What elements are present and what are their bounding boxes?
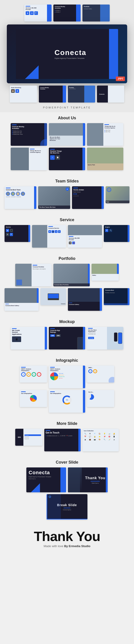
final-thank-you: Thank You Made with love By Ermedia Stud… [0, 523, 134, 554]
portfolio-slide-2: Conecta Best Portfolio [53, 264, 90, 286]
preview-below-2: Conecta WeeklyActivities [39, 86, 66, 102]
about-section: About Us Conecta WeeklyActivities Weekly… [0, 112, 134, 176]
monitor-mockup: Conecta Digital Agency Presentation Temp… [7, 24, 127, 83]
mockup-row-1: We CreateSeveralApplications 🖥 Conecta A… [5, 327, 129, 350]
more-slide-2: Get In Touch ✉ email@conecta.com 📞 +1 23… [44, 429, 81, 451]
mockup-slide-3: Get Our BestApplication Download now Get… [87, 327, 123, 350]
team-slide-3: Veonis Zeidan Digital Director ★ ★ ★ ★ ★ [72, 186, 104, 209]
about-slide-6: Agency Team [87, 148, 123, 170]
more-title: More Slide [5, 421, 129, 426]
infographic-title: Infographic [5, 358, 129, 363]
more-slide-3: Icon Collection 🔍 ⚙ 📧 🏠 💡 📊 🔔 📅 💬 🔒 ⭐ 📌 … [83, 429, 119, 451]
service-title: Service [5, 218, 129, 222]
mockup-slide-2: Conecta AppRatings 10K 20K [49, 327, 85, 350]
hero-subtitle: Digital Agency Presentation Template [54, 57, 86, 59]
team-slide-1: Conecta Best Team ★★★★★ ★★★★★ ★★★★★ [5, 186, 36, 209]
preview-slide-1: Services We WillProvide 🖥 ⚙ 🔍 [24, 4, 51, 22]
more-slide-1: ...ng Table $90 Premium Feature A ✓ Feat… [15, 429, 42, 446]
infographic-row-2: Our Infographics Our Infographics 75% Ou… [5, 390, 129, 413]
service-slide-4: Engine ⚙ 🔧 [104, 225, 129, 242]
team-title: Team Slides [5, 179, 129, 184]
hero-section: Services We WillProvide 🖥 ⚙ 🔍 Conecta We… [0, 0, 134, 112]
about-slide-2: We are the BestAgency for YourBusiness [49, 123, 85, 146]
preview-below-4: Conecta [97, 86, 124, 102]
portfolio-row-1: Conecta Portfolio Best designs and proje… [5, 264, 129, 286]
team-section: Team Slides Conecta Best Team ★★★★★ ★★★★… [0, 176, 134, 214]
get-in-touch-label: Get In Touch [46, 432, 79, 434]
thank-you-heading: Thank You [34, 530, 100, 543]
service-slide-1: Service 🖥 📱 ⚙ 🔍 [5, 225, 30, 242]
mockup-title: Mockup [5, 320, 129, 324]
portfolio-slide-7: Conecta Best Portfolio showcase [104, 288, 129, 305]
portfolio-section: Portfolio Conecta Portfolio Best designs… [0, 253, 134, 316]
portfolio-slide-4: Conecta Best Gallery [5, 288, 39, 311]
infographic-slide-1: SWOT AnalysisInfographics S W O T [20, 366, 47, 382]
infographic-slide-4: Our Infographics [20, 390, 47, 407]
about-slide-5: Routine ThingsWe Must Do ✓ 📋 [49, 148, 85, 170]
infographic-slide-3: SWO... S W [87, 366, 114, 382]
preview-below-3: Portfolio Conecta Gallery [68, 86, 95, 102]
infographic-section: Infographic SWOT AnalysisInfographics S … [0, 355, 134, 418]
about-slide-4: Things We Do AtConecta Agency [11, 148, 47, 170]
cover-break-slide: Break Slide Conecta Agency 👤 [47, 494, 87, 520]
about-row-2: Things We Do AtConecta Agency Routine Th… [5, 148, 129, 170]
portfolio-slide-3: Gallery [92, 264, 119, 281]
about-slide-1: Conecta WeeklyActivities Weekly Item One… [11, 123, 47, 146]
preview-slide-3: Portfolio Conecta Gallery [83, 4, 110, 22]
cover-row-1: Conecta Digital Agency Presentation Temp… [5, 468, 129, 492]
service-slide-3: Services We WillProvide 🖥 📌 [68, 225, 102, 248]
cover-slide-2: Thank You Digital Agency [68, 468, 108, 492]
infographic-row-1: SWOT AnalysisInfographics S W O T SWOT A… [5, 366, 129, 388]
portfolio-title: Portfolio [5, 256, 129, 261]
infographic-slide-6: Our In... [87, 390, 114, 407]
cover-title: Cover Slide [5, 460, 129, 465]
service-section: Service Service 🖥 📱 ⚙ 🔍 [0, 214, 134, 253]
team-row-1: Conecta Best Team ★★★★★ ★★★★★ ★★★★★ [5, 186, 129, 209]
cover-slide-1: Conecta Digital Agency Presentation Temp… [26, 468, 66, 492]
about-slide-3: Things We Do AtConecta Agency Item One I… [87, 123, 123, 146]
about-row-1: Conecta WeeklyActivities Weekly Item One… [5, 123, 129, 146]
mockup-slide-1: We CreateSeveralApplications 🖥 [11, 327, 47, 350]
by-studio-text: By Ermedia Studio [64, 544, 90, 548]
service-slide-2: Conecta Service 🖥 📱 ⚙ 🔍 [32, 225, 66, 248]
hero-logo: Conecta [54, 48, 86, 57]
made-with-text: Made with love [44, 544, 63, 548]
service-row-1: Service 🖥 📱 ⚙ 🔍 Conecta Service [5, 225, 129, 248]
more-section: More Slide ...ng Table $90 Premium Featu… [0, 418, 134, 456]
made-with-love-text: Made with love By Ermedia Studio [44, 544, 90, 548]
preview-below-1: Needs Advertising 🏠 ✖ [10, 86, 37, 102]
portfolio-slide-1: Conecta Portfolio Best designs and proje… [15, 264, 51, 286]
powerpoint-label: POWERPOINT TEMPLATE [43, 106, 91, 109]
portfolio-row-2: Conecta Best Gallery Conecta [5, 288, 129, 311]
team-slide-2: The Best Teams We Have ★ [38, 186, 70, 209]
hero-preview-slides: Services We WillProvide 🖥 ⚙ 🔍 Conecta We… [24, 4, 110, 22]
about-title: About Us [5, 116, 129, 120]
portfolio-slide-6: Conecta Gallery [68, 288, 102, 311]
mockup-section: Mockup We CreateSeveralApplications 🖥 Co… [0, 316, 134, 355]
infographic-slide-5: Our Infographics 75% [49, 390, 85, 413]
infographic-slide-2: SWOT AnalysisInfographics ■ Strength ■ W… [49, 366, 85, 388]
cover-section: Cover Slide Conecta Digital Agency Prese… [0, 456, 134, 523]
more-row-1: ...ng Table $90 Premium Feature A ✓ Feat… [5, 429, 129, 451]
ppt-badge: .PPT [116, 76, 125, 81]
below-monitor-slides: Needs Advertising 🏠 ✖ Conecta WeeklyActi… [10, 86, 124, 102]
break-slide-container: Break Slide Conecta Agency 👤 [5, 494, 129, 520]
portfolio-slide-5: Conecta [40, 288, 66, 305]
team-slide-4: Team [106, 186, 129, 203]
preview-slide-2: Conecta WeeklyActivities Activity 1 Acti… [53, 4, 81, 22]
